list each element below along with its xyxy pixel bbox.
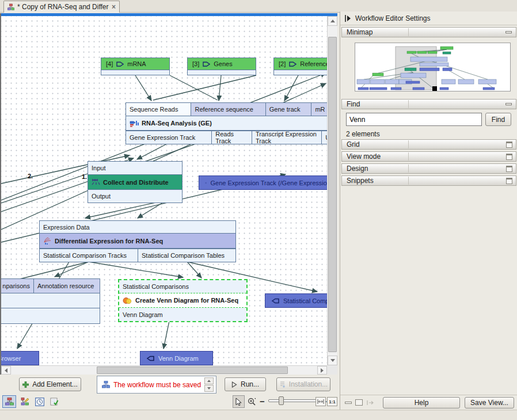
output-node-gene-expression-track[interactable]: Gene Expression Track (/Gene Expression bbox=[199, 175, 327, 190]
input-port[interactable]: Reference sequence bbox=[191, 103, 265, 116]
section-label: View mode bbox=[347, 152, 381, 161]
workflow-view-button[interactable] bbox=[2, 395, 16, 408]
section-header-grid[interactable]: Grid bbox=[341, 139, 516, 150]
scroll-left-button[interactable] bbox=[1, 366, 11, 375]
message-previous-button[interactable] bbox=[204, 377, 214, 384]
workflow-editor-window: * Copy of RNA-Seq and Different... × bbox=[0, 0, 517, 420]
expand-section-icon[interactable] bbox=[506, 142, 512, 148]
section-header-view-mode[interactable]: View mode bbox=[341, 151, 516, 162]
differential-expression-icon bbox=[43, 237, 52, 245]
output-node-venn-diagram[interactable]: Venn Diagram bbox=[140, 351, 213, 365]
workflow-edit-view-button[interactable] bbox=[18, 395, 32, 408]
io-node-body bbox=[188, 70, 256, 75]
workflow-status-icon bbox=[102, 381, 110, 388]
output-port[interactable]: Statistical Comparison Tables bbox=[138, 249, 235, 262]
canvas-horizontal-scrollbar[interactable] bbox=[1, 365, 327, 375]
output-port[interactable]: Reads Track bbox=[212, 131, 252, 144]
pointer-tool-button[interactable] bbox=[233, 395, 245, 408]
collapse-section-icon[interactable] bbox=[505, 31, 512, 33]
zoom-slider-track[interactable] bbox=[268, 399, 318, 402]
canvas-area: 2. 1. [4] mRNA [3] Genes bbox=[0, 13, 337, 375]
pointer-icon bbox=[235, 398, 242, 406]
node-collect-distribute[interactable]: Input Collect and Distribute Output bbox=[88, 161, 183, 203]
connection-order-label: 1. bbox=[82, 173, 87, 180]
rnaseq-analysis-icon bbox=[130, 119, 139, 127]
find-button-label: Find bbox=[492, 116, 505, 124]
minimap[interactable] bbox=[355, 43, 511, 91]
input-port[interactable]: Annotation resource bbox=[34, 279, 100, 293]
zoom-slider-thumb[interactable] bbox=[279, 396, 284, 405]
expand-section-icon[interactable] bbox=[506, 154, 512, 160]
find-input[interactable] bbox=[346, 113, 482, 126]
input-node-reference[interactable]: [2] Reference bbox=[273, 58, 327, 75]
input-port[interactable]: Input bbox=[88, 162, 182, 175]
collapse-section-icon[interactable] bbox=[505, 103, 512, 105]
section-header-design[interactable]: Design bbox=[341, 163, 516, 174]
view-toolbar: − + bbox=[0, 395, 340, 410]
input-port[interactable]: Gene track bbox=[266, 103, 312, 116]
input-port[interactable]: Expression Data bbox=[40, 221, 235, 234]
collapse-all-icon[interactable] bbox=[345, 402, 352, 404]
io-node-body bbox=[274, 70, 327, 75]
workflow-canvas[interactable]: 2. 1. [4] mRNA [3] Genes bbox=[1, 16, 327, 365]
output-port[interactable]: Gene Expression Track bbox=[126, 131, 212, 144]
expand-section-icon[interactable] bbox=[506, 166, 512, 172]
zoom-tool-button[interactable] bbox=[246, 395, 258, 408]
scroll-down-button[interactable] bbox=[328, 356, 337, 365]
installation-button[interactable]: Installation... bbox=[276, 377, 330, 391]
node-create-venn-diagram[interactable]: Statistical Comparisons Create Venn Diag… bbox=[118, 279, 248, 322]
output-port[interactable]: Output bbox=[88, 190, 182, 203]
section-label: Grid bbox=[347, 140, 360, 148]
node-partial-left[interactable]: nparisons Annotation resource bbox=[1, 278, 100, 324]
input-port[interactable]: Sequence Reads bbox=[126, 103, 191, 116]
output-port[interactable]: Venn Diagram bbox=[119, 308, 246, 321]
output-port[interactable]: Unma bbox=[322, 131, 327, 144]
expand-section-icon[interactable] bbox=[506, 178, 512, 184]
tab-close-icon[interactable]: × bbox=[112, 3, 116, 11]
dock-icon[interactable] bbox=[367, 399, 374, 406]
input-node-genes[interactable]: [3] Genes bbox=[187, 58, 256, 75]
zoom-out-button[interactable]: − bbox=[260, 398, 265, 406]
output-port[interactable]: Statistical Comparison Tracks bbox=[40, 249, 138, 262]
section-label: Snippets bbox=[347, 177, 374, 185]
message-next-button[interactable] bbox=[204, 385, 214, 392]
input-node-mrna[interactable]: [4] mRNA bbox=[101, 58, 170, 75]
horizontal-scroll-thumb[interactable] bbox=[97, 366, 288, 374]
add-element-label: Add Element... bbox=[32, 380, 78, 388]
canvas-vertical-scrollbar[interactable] bbox=[327, 16, 337, 365]
io-index: [4] bbox=[106, 60, 113, 67]
output-port[interactable]: Transcript Expression Track bbox=[252, 131, 322, 144]
actual-size-button[interactable]: 1:1 bbox=[327, 397, 337, 406]
tab-bar: * Copy of RNA-Seq and Different... × bbox=[0, 0, 517, 13]
input-port[interactable]: mR bbox=[311, 103, 327, 116]
node-title: Differential Expression for RNA-Seq bbox=[55, 238, 163, 245]
input-port[interactable]: Statistical Comparisons bbox=[119, 280, 246, 293]
output-port[interactable] bbox=[1, 308, 100, 323]
section-header-snippets[interactable]: Snippets bbox=[341, 175, 516, 186]
output-node-statistical-comparisons[interactable]: Statistical Compa bbox=[265, 293, 327, 308]
scroll-up-button[interactable] bbox=[328, 16, 337, 26]
bottom-toolbar: Add Element... The workflow must be save… bbox=[0, 375, 340, 395]
run-button[interactable]: Run... bbox=[225, 377, 266, 391]
output-node-browser[interactable]: Browser bbox=[1, 351, 39, 365]
node-differential-expression[interactable]: Expression Data Differential Expression … bbox=[39, 220, 236, 262]
tab-workflow[interactable]: * Copy of RNA-Seq and Different... × bbox=[3, 1, 120, 13]
element-info-view-button[interactable] bbox=[47, 395, 61, 408]
vertical-scroll-thumb[interactable] bbox=[328, 37, 337, 352]
plus-icon bbox=[22, 381, 29, 388]
save-view-button[interactable]: Save View... bbox=[465, 397, 514, 408]
history-view-button[interactable] bbox=[33, 395, 47, 408]
workflow-edit-view-icon bbox=[21, 398, 29, 406]
node-rnaseq-analysis[interactable]: Sequence Reads Reference sequence Gene t… bbox=[126, 102, 327, 144]
node-body-row bbox=[1, 293, 100, 308]
find-button[interactable]: Find bbox=[485, 113, 511, 126]
input-port[interactable]: nparisons bbox=[1, 279, 34, 293]
expand-all-icon[interactable] bbox=[355, 399, 363, 406]
section-header-minimap[interactable]: Minimap bbox=[341, 27, 516, 37]
scroll-right-button[interactable] bbox=[317, 366, 327, 375]
add-element-button[interactable]: Add Element... bbox=[19, 377, 81, 391]
help-button[interactable]: Help bbox=[383, 397, 460, 408]
panel-collapse-icon[interactable] bbox=[345, 15, 351, 22]
fit-width-button[interactable] bbox=[315, 397, 326, 406]
section-header-find[interactable]: Find bbox=[341, 99, 516, 109]
